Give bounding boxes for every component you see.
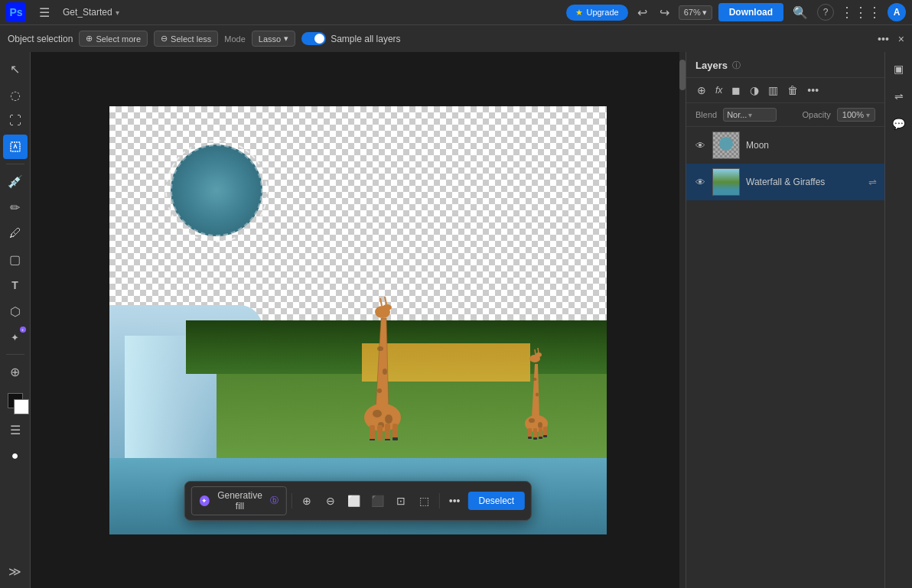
svg-line-7 bbox=[385, 297, 386, 304]
search-button[interactable]: 🔍 bbox=[790, 4, 811, 21]
layer-thumbnail-moon bbox=[712, 132, 740, 159]
color-swatches[interactable] bbox=[3, 388, 28, 413]
ruler-button[interactable]: ☰ bbox=[3, 417, 28, 442]
ai-tools-button[interactable]: ✦ + bbox=[3, 325, 28, 349]
subtract-selection-button[interactable]: ⊖ bbox=[321, 490, 341, 512]
deselect-button[interactable]: Deselect bbox=[467, 492, 525, 510]
opacity-label: Opacity bbox=[803, 110, 831, 119]
layer-thumbnail-waterfall bbox=[712, 168, 740, 196]
invert-selection-button[interactable]: ⬛ bbox=[367, 490, 388, 512]
lasso-tool-button[interactable]: ◌ bbox=[3, 83, 28, 107]
mode-label: Mode bbox=[224, 34, 246, 44]
zoom-control[interactable]: 67% ▾ bbox=[679, 5, 712, 20]
scrollbar-thumb[interactable] bbox=[679, 60, 686, 90]
svg-rect-12 bbox=[370, 425, 375, 440]
zoom-value: 67% bbox=[684, 8, 701, 17]
top-bar: Ps ☰ Get_Started ▾ ★ Upgrade ↩ ↪ 67% ▾ D… bbox=[0, 0, 912, 24]
refine-edge-button[interactable]: ⬚ bbox=[414, 490, 435, 512]
user-avatar[interactable]: A bbox=[888, 3, 906, 21]
giraffe-small bbox=[515, 333, 557, 443]
toggle-knob bbox=[314, 34, 324, 44]
right-panel-icon-3[interactable]: 💬 bbox=[888, 113, 910, 135]
canvas-area[interactable]: ✦ Generative fill ⓑ ⊕ ⊖ ⬜ ⬛ ⊡ ⬚ ••• Dese… bbox=[31, 52, 686, 588]
svg-point-20 bbox=[533, 378, 537, 381]
vertical-scrollbar[interactable] bbox=[679, 52, 686, 588]
more-options-button[interactable]: ••• bbox=[875, 31, 892, 47]
svg-point-2 bbox=[383, 369, 387, 375]
layer-visibility-moon[interactable]: 👁 bbox=[694, 140, 706, 151]
svg-rect-14 bbox=[385, 424, 390, 440]
add-to-selection-button[interactable]: ⊕ bbox=[297, 490, 318, 512]
sample-all-layers-toggle[interactable] bbox=[301, 32, 326, 45]
svg-rect-13 bbox=[377, 425, 383, 440]
layers-panel: Layers ⓘ ⊕ fx ◼ ◑ ▥ 🗑 ••• Blend Nor... ▾… bbox=[686, 52, 884, 588]
smudge-tool-button[interactable]: ⬡ bbox=[3, 299, 28, 323]
doc-title: Get_Started ▾ bbox=[63, 7, 119, 18]
ps-logo: Ps bbox=[6, 2, 26, 22]
sample-color-button[interactable]: ⊕ bbox=[3, 359, 28, 384]
layers-adjustment-button[interactable]: ◑ bbox=[748, 83, 761, 98]
tool-name-label: Object selection bbox=[8, 34, 73, 44]
close-toolbar-button[interactable]: × bbox=[898, 33, 904, 45]
opacity-value-text: 100% bbox=[842, 110, 864, 119]
ai-icon: ✦ bbox=[11, 332, 19, 343]
brush-tool-button[interactable]: ✏ bbox=[3, 195, 28, 219]
svg-point-1 bbox=[377, 346, 383, 351]
eyedropper-tool-button[interactable]: 💉 bbox=[3, 169, 28, 193]
generative-fill-label: Generative fill bbox=[213, 490, 266, 512]
crop-tool-button[interactable]: ⛶ bbox=[3, 109, 28, 133]
svg-rect-36 bbox=[543, 435, 547, 437]
layers-fx-button[interactable]: fx bbox=[714, 83, 724, 97]
svg-point-27 bbox=[529, 418, 535, 423]
help-button[interactable]: ? bbox=[817, 4, 834, 21]
layer-visibility-waterfall[interactable]: 👁 bbox=[694, 177, 706, 188]
circle-button[interactable]: ● bbox=[3, 443, 28, 468]
select-more-button[interactable]: ⊕ Select more bbox=[79, 31, 148, 47]
svg-line-6 bbox=[380, 298, 382, 306]
svg-point-9 bbox=[373, 410, 382, 417]
canvas: ✦ Generative fill ⓑ ⊕ ⊖ ⬜ ⬛ ⊡ ⬚ ••• Dese… bbox=[109, 106, 607, 534]
expand-toolbar-button[interactable]: ≫ bbox=[3, 559, 28, 583]
rectangle-tool-button[interactable]: ▢ bbox=[3, 247, 28, 271]
apps-grid-button[interactable]: ⋮⋮⋮ bbox=[840, 4, 881, 21]
blend-mode-dropdown[interactable]: Nor... ▾ bbox=[723, 108, 777, 122]
blend-opacity-row: Blend Nor... ▾ Opacity 100% ▾ bbox=[686, 103, 884, 127]
select-less-button[interactable]: ⊖ Select less bbox=[154, 31, 218, 47]
lasso-label: Lasso bbox=[259, 34, 281, 44]
layers-delete-button[interactable]: 🗑 bbox=[786, 83, 800, 98]
svg-point-28 bbox=[538, 422, 542, 428]
transform-selection-button[interactable]: ⊡ bbox=[391, 490, 412, 512]
toolbar-divider bbox=[6, 164, 24, 164]
intersect-selection-button[interactable]: ⬜ bbox=[344, 490, 364, 512]
lasso-dropdown[interactable]: Lasso ▾ bbox=[252, 31, 295, 47]
layer-item-moon[interactable]: 👁 Moon bbox=[686, 127, 884, 164]
generative-fill-button[interactable]: ✦ Generative fill ⓑ bbox=[191, 486, 287, 515]
generative-fill-icon: ✦ bbox=[200, 495, 210, 506]
layers-group-button[interactable]: ▥ bbox=[767, 83, 780, 98]
hamburger-menu[interactable]: ☰ bbox=[32, 0, 57, 24]
background-color[interactable] bbox=[14, 399, 29, 414]
layers-add-button[interactable]: ⊕ bbox=[695, 83, 708, 98]
pen-tool-button[interactable]: 🖊 bbox=[3, 221, 28, 245]
more-float-button[interactable]: ••• bbox=[445, 490, 465, 512]
layers-more-button[interactable]: ••• bbox=[806, 83, 820, 98]
blend-value: Nor... bbox=[727, 110, 747, 119]
star-icon: ★ bbox=[575, 8, 583, 18]
select-more-icon: ⊕ bbox=[86, 34, 93, 44]
svg-point-10 bbox=[385, 414, 392, 424]
selection-tool-button[interactable]: ↖ bbox=[3, 57, 28, 81]
layer-item-waterfall[interactable]: 👁 Waterfall & Giraffes ⇌ bbox=[686, 164, 884, 200]
opacity-value-field[interactable]: 100% ▾ bbox=[837, 108, 875, 122]
download-button[interactable]: Download bbox=[718, 3, 783, 21]
layers-mask-button[interactable]: ◼ bbox=[730, 83, 742, 98]
select-less-icon: ⊖ bbox=[161, 34, 168, 44]
upgrade-button[interactable]: ★ Upgrade bbox=[566, 5, 627, 21]
right-panel-icon-2[interactable]: ⇌ bbox=[888, 86, 910, 107]
svg-point-21 bbox=[536, 392, 539, 396]
undo-button[interactable]: ↩ bbox=[634, 4, 650, 21]
right-panel-icon-1[interactable]: ▣ bbox=[888, 58, 910, 80]
redo-button[interactable]: ↪ bbox=[656, 4, 673, 21]
text-tool-button[interactable]: T bbox=[3, 273, 28, 297]
object-selection-tool-button[interactable] bbox=[3, 135, 28, 159]
beta-badge: ⓑ bbox=[270, 495, 278, 506]
